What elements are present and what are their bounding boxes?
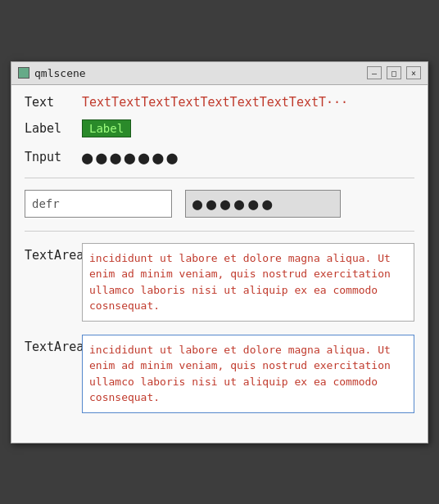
textarea-2[interactable]: incididunt ut labore et dolore magna ali…	[82, 335, 414, 413]
text-row: Text TextTextTextTextTextTextTextTextT··…	[25, 95, 414, 110]
window: qmlscene — □ × Text TextTextTextTextText…	[11, 61, 428, 443]
label-green-badge: Label	[82, 119, 131, 137]
input-fields-row: ●●●●●●	[25, 190, 414, 218]
minimize-button[interactable]: —	[367, 66, 382, 79]
password-input-display: ●●●●●●	[185, 190, 341, 218]
window-title: qmlscene	[34, 67, 86, 79]
textarea-section-1: TextArea incididunt ut labore et dolore …	[25, 243, 414, 322]
close-button[interactable]: ×	[406, 66, 421, 79]
tnput-row-label: Tnput	[25, 150, 82, 164]
textarea-label-2: TextArea	[25, 335, 82, 354]
title-bar: qmlscene — □ ×	[11, 62, 428, 85]
tnput-row: Tnput ●●●●●●●	[25, 147, 414, 168]
text-row-label: Text	[25, 95, 82, 110]
textarea-1[interactable]: incididunt ut labore et dolore magna ali…	[82, 243, 414, 322]
title-bar-left: qmlscene	[18, 67, 86, 79]
divider2	[25, 231, 414, 232]
label-row: Label Label	[25, 119, 414, 137]
tnput-dots: ●●●●●●●	[82, 147, 181, 168]
label-row-label: Label	[25, 121, 82, 136]
window-content: Text TextTextTextTextTextTextTextTextT··…	[11, 85, 428, 443]
divider	[25, 178, 414, 178]
title-buttons: — □ ×	[367, 66, 421, 79]
text-row-value: TextTextTextTextTextTextTextTextT···	[82, 95, 348, 110]
text-input[interactable]	[25, 190, 172, 218]
textarea-label-1: TextArea	[25, 243, 82, 263]
window-icon	[18, 67, 29, 79]
maximize-button[interactable]: □	[387, 66, 401, 79]
textarea-section-2: TextArea incididunt ut labore et dolore …	[25, 335, 414, 413]
